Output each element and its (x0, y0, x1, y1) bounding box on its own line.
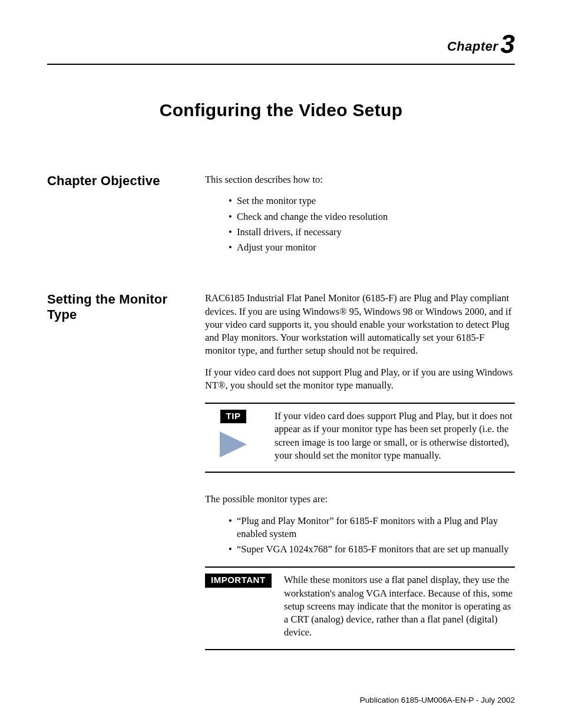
section-setting-monitor-type: Setting the Monitor Type RAC6185 Industr… (47, 292, 515, 670)
publication-footer: Publication 6185-UM006A-EN-P - July 2002 (360, 696, 515, 704)
objective-list: Set the monitor type Check and change th… (205, 195, 515, 254)
heading-chapter-objective: Chapter Objective (47, 173, 189, 189)
tip-label-col: TIP (205, 410, 262, 462)
chapter-number: 3 (501, 29, 515, 58)
monitor-types-list: “Plug and Play Monitor” for 6185-F monit… (205, 515, 515, 556)
list-item: Check and change the video resolution (229, 210, 515, 223)
section-heading-col: Setting the Monitor Type (47, 292, 189, 670)
play-arrow-icon (220, 431, 247, 457)
section-body: RAC6185 Industrial Flat Panel Monitor (6… (205, 292, 515, 670)
section-body: This section describes how to: Set the m… (205, 173, 515, 262)
body-para: RAC6185 Industrial Flat Panel Monitor (6… (205, 292, 515, 357)
list-item: “Super VGA 1024x768” for 6185-F monitors… (229, 543, 515, 556)
chapter-header: Chapter3 (47, 29, 515, 59)
list-item: Install drivers, if necessary (229, 226, 515, 239)
heading-setting-monitor-type: Setting the Monitor Type (47, 292, 189, 322)
section-chapter-objective: Chapter Objective This section describes… (47, 173, 515, 262)
important-text: While these monitors use a flat panel di… (284, 574, 515, 639)
list-item: “Plug and Play Monitor” for 6185-F monit… (229, 515, 515, 541)
tip-label: TIP (220, 410, 247, 423)
list-item: Adjust your monitor (229, 241, 515, 254)
list-item: Set the monitor type (229, 195, 515, 207)
important-callout: IMPORTANT While these monitors use a fla… (205, 566, 515, 650)
header-rule (47, 64, 515, 65)
important-label: IMPORTANT (205, 574, 272, 587)
chapter-word: Chapter (447, 39, 498, 54)
tip-text: If your video card does support Plug and… (275, 410, 515, 462)
section-heading-col: Chapter Objective (47, 173, 189, 262)
important-label-col: IMPORTANT (205, 574, 271, 639)
body-para: If your video card does not support Plug… (205, 366, 515, 393)
page-title: Configuring the Video Setup (47, 100, 515, 120)
body-para: The possible monitor types are: (205, 493, 515, 506)
intro-text: This section describes how to: (205, 173, 515, 186)
tip-callout: TIP If your video card does support Plug… (205, 403, 515, 473)
page: Chapter3 Configuring the Video Setup Cha… (0, 0, 562, 723)
